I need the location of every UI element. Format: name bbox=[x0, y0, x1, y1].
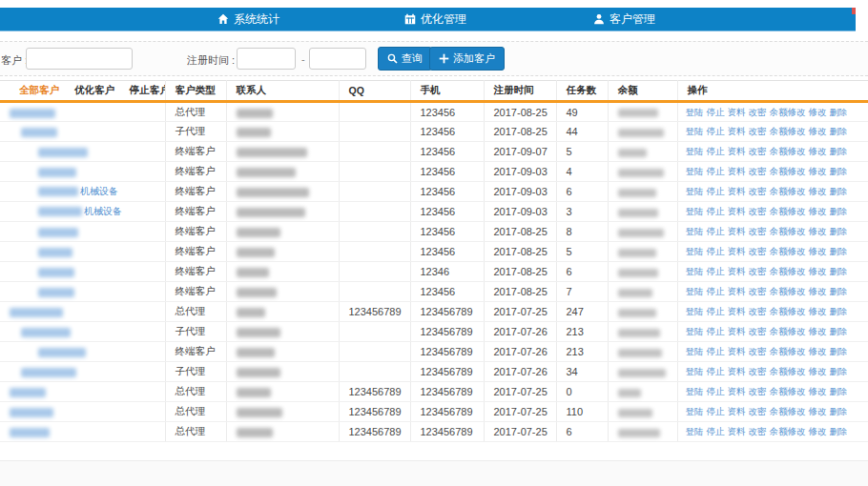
action-link-change-password[interactable]: 改密 bbox=[749, 286, 767, 296]
action-link-modify[interactable]: 修改 bbox=[809, 426, 827, 436]
action-link-balance-modify[interactable]: 余额修改 bbox=[770, 107, 806, 117]
action-link-modify[interactable]: 修改 bbox=[809, 126, 827, 136]
action-link-profile[interactable]: 资料 bbox=[728, 326, 746, 336]
action-link-delete[interactable]: 删除 bbox=[830, 246, 848, 256]
action-link-balance-modify[interactable]: 余额修改 bbox=[770, 366, 806, 376]
action-link-delete[interactable]: 删除 bbox=[830, 166, 848, 176]
filter-all-customers[interactable]: 全部客户 bbox=[19, 84, 59, 95]
action-link-profile[interactable]: 资料 bbox=[728, 266, 746, 276]
action-link-modify[interactable]: 修改 bbox=[809, 166, 827, 176]
action-link-stop[interactable]: 停止 bbox=[707, 206, 725, 216]
action-link-login[interactable]: 登陆 bbox=[686, 246, 704, 256]
action-link-profile[interactable]: 资料 bbox=[728, 346, 746, 356]
action-link-balance-modify[interactable]: 余额修改 bbox=[770, 126, 806, 136]
customer-search-input[interactable] bbox=[26, 48, 133, 70]
customer-name-redacted[interactable] bbox=[38, 207, 82, 216]
action-link-login[interactable]: 登陆 bbox=[686, 386, 704, 396]
customer-name-redacted[interactable] bbox=[10, 308, 63, 317]
action-link-login[interactable]: 登陆 bbox=[686, 226, 704, 236]
action-link-modify[interactable]: 修改 bbox=[809, 286, 827, 296]
customer-name-redacted[interactable] bbox=[21, 328, 71, 337]
action-link-stop[interactable]: 停止 bbox=[707, 186, 725, 196]
action-link-profile[interactable]: 资料 bbox=[728, 146, 746, 156]
action-link-profile[interactable]: 资料 bbox=[728, 426, 746, 436]
action-link-login[interactable]: 登陆 bbox=[686, 286, 704, 296]
action-link-change-password[interactable]: 改密 bbox=[749, 366, 767, 376]
action-link-login[interactable]: 登陆 bbox=[686, 126, 704, 136]
customer-name-redacted[interactable] bbox=[21, 128, 57, 137]
register-time-to-input[interactable] bbox=[309, 48, 366, 70]
action-link-stop[interactable]: 停止 bbox=[707, 386, 725, 396]
action-link-change-password[interactable]: 改密 bbox=[749, 226, 767, 236]
action-link-change-password[interactable]: 改密 bbox=[749, 406, 767, 416]
action-link-stop[interactable]: 停止 bbox=[707, 226, 725, 236]
action-link-balance-modify[interactable]: 余额修改 bbox=[770, 266, 806, 276]
action-link-login[interactable]: 登陆 bbox=[686, 266, 704, 276]
customer-name-redacted[interactable] bbox=[10, 408, 53, 417]
action-link-profile[interactable]: 资料 bbox=[728, 186, 746, 196]
action-link-change-password[interactable]: 改密 bbox=[749, 306, 767, 316]
customer-name-redacted[interactable] bbox=[38, 228, 78, 237]
action-link-modify[interactable]: 修改 bbox=[809, 107, 827, 117]
action-link-profile[interactable]: 资料 bbox=[728, 286, 746, 296]
customer-name-redacted[interactable] bbox=[21, 368, 76, 377]
action-link-stop[interactable]: 停止 bbox=[707, 107, 725, 117]
action-link-change-password[interactable]: 改密 bbox=[749, 186, 767, 196]
action-link-balance-modify[interactable]: 余额修改 bbox=[770, 306, 806, 316]
action-link-modify[interactable]: 修改 bbox=[809, 386, 827, 396]
action-link-stop[interactable]: 停止 bbox=[707, 246, 725, 256]
action-link-change-password[interactable]: 改密 bbox=[749, 386, 767, 396]
action-link-delete[interactable]: 删除 bbox=[830, 326, 848, 336]
nav-item-optimization[interactable]: 优化管理 bbox=[404, 8, 466, 30]
action-link-change-password[interactable]: 改密 bbox=[749, 107, 767, 117]
action-link-profile[interactable]: 资料 bbox=[728, 366, 746, 376]
action-link-profile[interactable]: 资料 bbox=[728, 246, 746, 256]
action-link-login[interactable]: 登陆 bbox=[686, 366, 704, 376]
action-link-modify[interactable]: 修改 bbox=[809, 306, 827, 316]
action-link-modify[interactable]: 修改 bbox=[809, 266, 827, 276]
action-link-modify[interactable]: 修改 bbox=[809, 146, 827, 156]
action-link-modify[interactable]: 修改 bbox=[809, 206, 827, 216]
action-link-stop[interactable]: 停止 bbox=[707, 346, 725, 356]
action-link-login[interactable]: 登陆 bbox=[686, 107, 704, 117]
customer-name-redacted[interactable] bbox=[38, 168, 76, 177]
filter-optimized-customers[interactable]: 优化客户 bbox=[74, 84, 114, 95]
action-link-stop[interactable]: 停止 bbox=[707, 266, 725, 276]
action-link-change-password[interactable]: 改密 bbox=[749, 326, 767, 336]
action-link-delete[interactable]: 删除 bbox=[830, 226, 848, 236]
action-link-modify[interactable]: 修改 bbox=[809, 366, 827, 376]
action-link-modify[interactable]: 修改 bbox=[809, 186, 827, 196]
action-link-change-password[interactable]: 改密 bbox=[749, 266, 767, 276]
action-link-profile[interactable]: 资料 bbox=[728, 226, 746, 236]
action-link-stop[interactable]: 停止 bbox=[707, 406, 725, 416]
action-link-modify[interactable]: 修改 bbox=[809, 406, 827, 416]
action-link-balance-modify[interactable]: 余额修改 bbox=[770, 206, 806, 216]
register-time-from-input[interactable] bbox=[237, 48, 296, 70]
action-link-balance-modify[interactable]: 余额修改 bbox=[770, 226, 806, 236]
action-link-stop[interactable]: 停止 bbox=[707, 126, 725, 136]
action-link-delete[interactable]: 删除 bbox=[830, 266, 848, 276]
add-customer-button[interactable]: 添加客户 bbox=[429, 47, 505, 71]
action-link-profile[interactable]: 资料 bbox=[728, 206, 746, 216]
action-link-profile[interactable]: 资料 bbox=[728, 386, 746, 396]
action-link-login[interactable]: 登陆 bbox=[686, 426, 704, 436]
action-link-profile[interactable]: 资料 bbox=[728, 166, 746, 176]
action-link-profile[interactable]: 资料 bbox=[728, 126, 746, 136]
action-link-change-password[interactable]: 改密 bbox=[749, 146, 767, 156]
nav-item-customer-management[interactable]: 客户管理 bbox=[593, 8, 655, 30]
action-link-delete[interactable]: 删除 bbox=[830, 386, 848, 396]
action-link-stop[interactable]: 停止 bbox=[707, 366, 725, 376]
action-link-modify[interactable]: 修改 bbox=[809, 326, 827, 336]
nav-item-system-stats[interactable]: 系统统计 bbox=[217, 8, 279, 30]
action-link-login[interactable]: 登陆 bbox=[686, 206, 704, 216]
action-link-balance-modify[interactable]: 余额修改 bbox=[770, 406, 806, 416]
action-link-balance-modify[interactable]: 余额修改 bbox=[770, 326, 806, 336]
action-link-delete[interactable]: 删除 bbox=[830, 186, 848, 196]
action-link-balance-modify[interactable]: 余额修改 bbox=[770, 426, 806, 436]
action-link-change-password[interactable]: 改密 bbox=[749, 206, 767, 216]
action-link-delete[interactable]: 删除 bbox=[830, 346, 848, 356]
action-link-delete[interactable]: 删除 bbox=[830, 107, 848, 117]
action-link-change-password[interactable]: 改密 bbox=[749, 246, 767, 256]
action-link-login[interactable]: 登陆 bbox=[686, 306, 704, 316]
action-link-login[interactable]: 登陆 bbox=[686, 406, 704, 416]
